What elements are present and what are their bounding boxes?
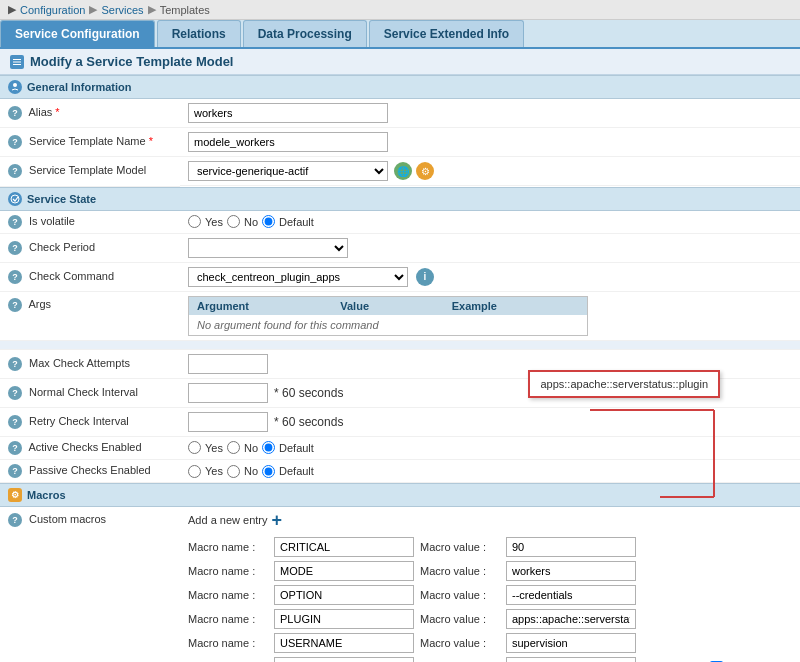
volatile-no-label: No	[244, 216, 258, 228]
template-model-select[interactable]: service-generique-actif	[188, 161, 388, 181]
template-model-settings-icon[interactable]: ⚙	[416, 162, 434, 180]
general-icon	[8, 80, 22, 94]
normal-interval-help[interactable]: ?	[8, 386, 22, 400]
breadcrumb-configuration[interactable]: Configuration	[20, 4, 85, 16]
passive-checks-no-radio[interactable]	[227, 465, 240, 478]
check-command-info-icon[interactable]: i	[416, 268, 434, 286]
macro-name-input-1[interactable]	[274, 561, 414, 581]
active-checks-radio-group: Yes No Default	[188, 441, 792, 454]
passive-checks-help[interactable]: ?	[8, 464, 22, 478]
macro-value-label-1: Macro value :	[420, 565, 500, 577]
args-row: ? Args Argument Value Example No argumen…	[0, 292, 800, 341]
active-yes-label: Yes	[205, 442, 223, 454]
service-state-table: ? Is volatile Yes No Default ? Check Per…	[0, 211, 800, 484]
max-attempts-input[interactable]	[188, 354, 268, 374]
service-state-icon	[8, 192, 22, 206]
template-model-world-icon[interactable]: 🌐	[394, 162, 412, 180]
alias-label: Alias	[28, 106, 52, 118]
passive-default-label: Default	[279, 465, 314, 477]
macro-value-input-1[interactable]	[506, 561, 636, 581]
macros-title: Macros	[27, 489, 66, 501]
active-checks-no-radio[interactable]	[227, 441, 240, 454]
args-help[interactable]: ?	[8, 298, 22, 312]
macro-value-label-0: Macro value :	[420, 541, 500, 553]
retry-interval-help[interactable]: ?	[8, 415, 22, 429]
template-model-label: Service Template Model	[29, 164, 146, 176]
template-name-row: ? Service Template Name *	[0, 128, 800, 157]
passive-checks-yes-radio[interactable]	[188, 465, 201, 478]
args-label: Args	[28, 298, 51, 310]
args-example-header: Example	[444, 297, 587, 315]
passive-checks-default-radio[interactable]	[262, 465, 275, 478]
macro-row-1: Macro name :Macro value :	[188, 561, 792, 581]
macro-name-input-0[interactable]	[274, 537, 414, 557]
macro-value-input-4[interactable]	[506, 633, 636, 653]
tab-service-extended-info[interactable]: Service Extended Info	[369, 20, 524, 47]
args-table: Argument Value Example No argument found…	[188, 296, 588, 336]
volatile-default-radio[interactable]	[262, 215, 275, 228]
template-name-label: Service Template Name	[29, 135, 146, 147]
volatile-no-radio[interactable]	[227, 215, 240, 228]
retry-interval-row: ? Retry Check Interval * 60 seconds	[0, 408, 800, 437]
retry-interval-label: Retry Check Interval	[29, 415, 129, 427]
alias-input[interactable]	[188, 103, 388, 123]
page-title: Modify a Service Template Model	[30, 54, 233, 69]
macro-value-input-0[interactable]	[506, 537, 636, 557]
check-period-row: ? Check Period	[0, 233, 800, 262]
svg-rect-2	[13, 64, 21, 65]
active-checks-label: Active Checks Enabled	[28, 441, 141, 453]
check-period-label: Check Period	[29, 241, 95, 253]
active-checks-help[interactable]: ?	[8, 441, 22, 455]
tab-bar: Service Configuration Relations Data Pro…	[0, 20, 800, 49]
tab-data-processing[interactable]: Data Processing	[243, 20, 367, 47]
macro-name-input-4[interactable]	[274, 633, 414, 653]
tab-relations[interactable]: Relations	[157, 20, 241, 47]
macro-name-input-5[interactable]	[274, 657, 414, 662]
volatile-help[interactable]: ?	[8, 215, 22, 229]
check-period-select[interactable]	[188, 238, 348, 258]
breadcrumb: ▶ Configuration ▶ Services ▶ Templates	[0, 0, 800, 20]
tab-service-configuration[interactable]: Service Configuration	[0, 20, 155, 47]
add-entry-button[interactable]: +	[272, 511, 283, 529]
check-command-select[interactable]: check_centreon_plugin_apps	[188, 267, 408, 287]
breadcrumb-arrow: ▶	[8, 3, 16, 16]
macro-row-4: Macro name :Macro value :	[188, 633, 792, 653]
passive-checks-row: ? Passive Checks Enabled Yes No Default	[0, 460, 800, 483]
template-model-help[interactable]: ?	[8, 164, 22, 178]
active-checks-default-radio[interactable]	[262, 441, 275, 454]
macro-row-3: Macro name :Macro value :	[188, 609, 792, 629]
args-argument-header: Argument	[189, 297, 332, 315]
max-attempts-help[interactable]: ?	[8, 357, 22, 371]
service-state-section-header: Service State	[0, 187, 800, 211]
alias-required: *	[55, 106, 59, 118]
volatile-yes-radio[interactable]	[188, 215, 201, 228]
custom-macros-row: ? Custom macros Add a new entry + Macro …	[0, 507, 800, 662]
template-name-input[interactable]	[188, 132, 388, 152]
args-empty-message: No argument found for this command	[189, 315, 587, 335]
macro-name-input-2[interactable]	[274, 585, 414, 605]
tooltip-popup: apps::apache::serverstatus::plugin	[528, 370, 720, 398]
macro-name-input-3[interactable]	[274, 609, 414, 629]
macro-value-input-3[interactable]	[506, 609, 636, 629]
active-no-label: No	[244, 442, 258, 454]
custom-macros-help[interactable]: ?	[8, 513, 22, 527]
macros-table: ? Custom macros Add a new entry + Macro …	[0, 507, 800, 662]
template-name-help[interactable]: ?	[8, 135, 22, 149]
active-checks-yes-radio[interactable]	[188, 441, 201, 454]
volatile-radio-group: Yes No Default	[188, 215, 792, 228]
passive-no-label: No	[244, 465, 258, 477]
breadcrumb-services[interactable]: Services	[101, 4, 143, 16]
check-command-help[interactable]: ?	[8, 270, 22, 284]
retry-interval-input[interactable]	[188, 412, 268, 432]
page-header: Modify a Service Template Model	[0, 49, 800, 75]
alias-help-icon[interactable]: ?	[8, 106, 22, 120]
macros-section-header: ⚙ Macros	[0, 483, 800, 507]
add-entry-text: Add a new entry	[188, 514, 268, 526]
macro-name-label-2: Macro name :	[188, 589, 268, 601]
normal-interval-input[interactable]	[188, 383, 268, 403]
macro-value-input-5[interactable]	[506, 657, 636, 662]
macro-value-input-2[interactable]	[506, 585, 636, 605]
check-period-help[interactable]: ?	[8, 241, 22, 255]
template-model-row: ? Service Template Model service-generiq…	[0, 157, 800, 187]
template-name-required: *	[149, 135, 153, 147]
